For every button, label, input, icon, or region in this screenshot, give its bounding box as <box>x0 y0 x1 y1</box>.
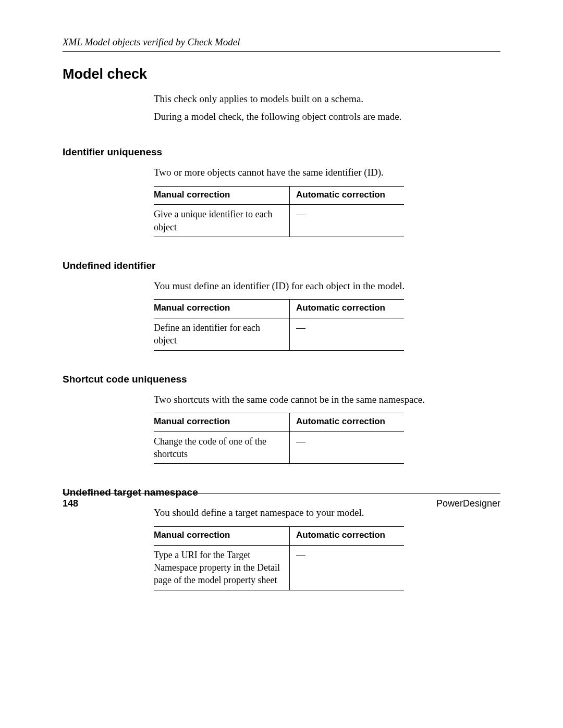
table-row: Give a unique identifier to each object … <box>154 205 404 237</box>
page-title: Model check <box>63 66 500 82</box>
header-rule <box>63 51 500 52</box>
intro-block: This check only applies to models built … <box>154 92 500 124</box>
cell-manual: Give a unique identifier to each object <box>154 205 290 237</box>
subsection-title: Shortcut code uniqueness <box>63 374 500 385</box>
table-header-manual: Manual correction <box>154 300 290 318</box>
table-row: Define an identifier for each object — <box>154 318 404 351</box>
subsection-identifier-uniqueness: Identifier uniqueness Two or more object… <box>63 146 500 237</box>
table-header-manual: Manual correction <box>154 526 290 545</box>
subsection-description: Two shortcuts with the same code cannot … <box>154 392 500 407</box>
intro-paragraph-2: During a model check, the following obje… <box>154 109 500 124</box>
table-header-manual: Manual correction <box>154 186 290 205</box>
subsection-description: Two or more objects cannot have the same… <box>154 165 500 180</box>
correction-table: Manual correction Automatic correction T… <box>154 526 404 590</box>
table-header-manual: Manual correction <box>154 413 290 432</box>
table-row: Change the code of one of the shortcuts … <box>154 431 404 464</box>
correction-table: Manual correction Automatic correction D… <box>154 299 404 350</box>
page: XML Model objects verified by Check Mode… <box>0 0 563 728</box>
cell-auto: — <box>290 545 405 590</box>
cell-auto: — <box>290 318 405 351</box>
subsection-title: Identifier uniqueness <box>63 146 500 158</box>
footer-rule <box>63 493 500 494</box>
subsection-undefined-identifier: Undefined identifier You must define an … <box>63 260 500 351</box>
subsection-shortcut-code-uniqueness: Shortcut code uniqueness Two shortcuts w… <box>63 374 500 464</box>
table-header-auto: Automatic correction <box>290 186 405 205</box>
cell-manual: Type a URI for the Target Namespace prop… <box>154 545 290 590</box>
running-header: XML Model objects verified by Check Mode… <box>63 36 500 48</box>
cell-manual: Define an identifier for each object <box>154 318 290 351</box>
footer-brand: PowerDesigner <box>436 498 500 509</box>
page-footer: 148 PowerDesigner <box>63 493 500 509</box>
cell-auto: — <box>290 205 405 237</box>
correction-table: Manual correction Automatic correction C… <box>154 413 404 464</box>
subsection-title: Undefined identifier <box>63 260 500 272</box>
table-header-auto: Automatic correction <box>290 413 405 432</box>
cell-auto: — <box>290 431 405 464</box>
table-row: Type a URI for the Target Namespace prop… <box>154 545 404 590</box>
subsection-description: You must define an identifier (ID) for e… <box>154 279 500 293</box>
cell-manual: Change the code of one of the shortcuts <box>154 431 290 464</box>
page-number: 148 <box>63 498 78 509</box>
correction-table: Manual correction Automatic correction G… <box>154 186 404 237</box>
table-header-auto: Automatic correction <box>290 300 405 318</box>
intro-paragraph-1: This check only applies to models built … <box>154 92 500 106</box>
table-header-auto: Automatic correction <box>290 526 405 545</box>
